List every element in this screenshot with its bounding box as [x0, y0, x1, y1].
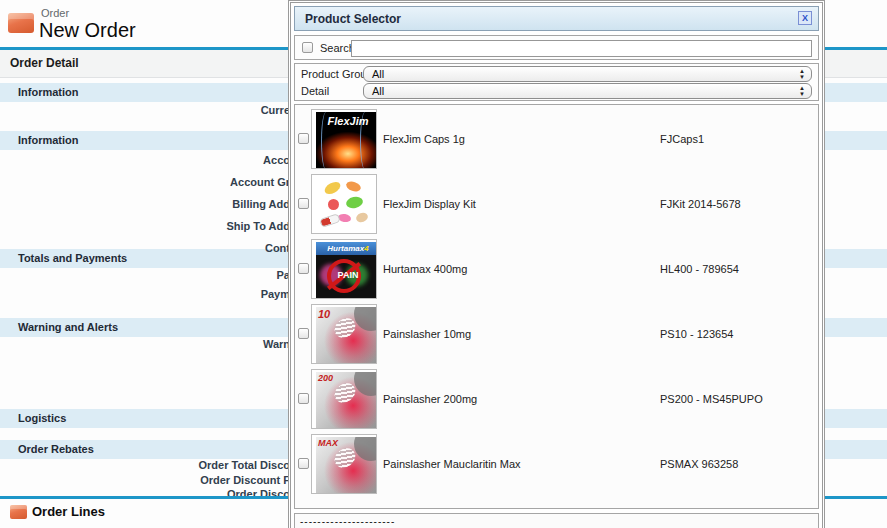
modal-title: Product Selector [305, 12, 401, 26]
product-code: FJCaps1 [660, 133, 704, 145]
product-code: PS200 - MS45PUPO [660, 393, 763, 405]
product-selector-modal: Product Selector X Search Product Group … [288, 0, 825, 528]
product-name: FlexJim Display Kit [383, 198, 476, 210]
field-label-payment-2: Paym [261, 288, 290, 300]
field-label-billing-address: Billing Add [232, 198, 290, 210]
search-input[interactable] [351, 40, 812, 57]
detail-value: All [372, 85, 384, 97]
product-row-painslasher-max: MAX Painslasher Mauclaritin Max PSMAX 96… [295, 433, 818, 496]
footer-dash-line: ---------------------- [300, 516, 395, 527]
select-arrows-icon: ▲▼ [799, 85, 805, 97]
product-code: HL400 - 789654 [660, 263, 739, 275]
search-box: Search [294, 35, 819, 60]
product-checkbox[interactable] [298, 133, 309, 144]
product-name: FlexJim Caps 1g [383, 133, 465, 145]
product-image: Hurtamax4 PAIN [311, 239, 377, 299]
field-label-order-discount-2: Order Discount F [200, 474, 290, 486]
product-code: FJKit 2014-5678 [660, 198, 741, 210]
product-name: Painslasher 200mg [383, 393, 477, 405]
search-checkbox[interactable] [302, 42, 313, 53]
detail-select[interactable]: All ▲▼ [363, 83, 812, 99]
product-row-flexjim-kit: FlexJim Display Kit FJKit 2014-5678 [295, 173, 818, 236]
product-row-painslasher-200: 200 Painslasher 200mg PS200 - MS45PUPO [295, 368, 818, 431]
modal-footer-box: ---------------------- -----------------… [294, 513, 819, 528]
product-row-flexjim-caps: FlexJim FlexJim Caps 1g FJCaps1 [295, 108, 818, 171]
product-image: 10 [311, 304, 377, 364]
detail-label: Detail [301, 85, 329, 97]
product-group-value: All [372, 68, 384, 80]
product-checkbox[interactable] [298, 328, 309, 339]
filter-box: Product Group All ▲▼ Detail All ▲▼ [294, 63, 819, 101]
field-label-order-total-discount: Order Total Disco [199, 459, 290, 471]
order-detail-title: Order Detail [10, 56, 79, 70]
product-group-label: Product Group [301, 68, 373, 80]
product-checkbox[interactable] [298, 393, 309, 404]
search-label: Search [320, 42, 355, 54]
product-code: PSMAX 963258 [660, 458, 738, 470]
field-label-warning: Warn [263, 338, 290, 350]
product-name: Painslasher Mauclaritin Max [383, 458, 521, 470]
page-title: New Order [39, 19, 136, 42]
product-checkbox[interactable] [298, 263, 309, 274]
field-label-account: Acco [263, 154, 290, 166]
field-label-ship-to-address: Ship To Add [226, 220, 290, 232]
product-image: 200 [311, 369, 377, 429]
field-label-currency: Curre [261, 104, 290, 116]
product-name: Painslasher 10mg [383, 328, 471, 340]
product-group-select[interactable]: All ▲▼ [363, 66, 812, 82]
product-checkbox[interactable] [298, 198, 309, 209]
product-image: FlexJim [311, 109, 377, 169]
order-object-icon [8, 13, 34, 33]
field-label-contact: Cont [265, 242, 290, 254]
product-row-hurtamax: Hurtamax4 PAIN Hurtamax 400mg HL400 - 78… [295, 238, 818, 301]
product-image [311, 174, 377, 234]
product-list: FlexJim FlexJim Caps 1g FJCaps1 FlexJim [294, 104, 819, 509]
select-arrows-icon: ▲▼ [799, 68, 805, 80]
product-checkbox[interactable] [298, 458, 309, 469]
object-label: Order [41, 7, 69, 19]
product-row-painslasher-10: 10 Painslasher 10mg PS10 - 123654 [295, 303, 818, 366]
product-name: Hurtamax 400mg [383, 263, 467, 275]
order-lines-icon [10, 505, 27, 519]
order-lines-title: Order Lines [32, 504, 105, 519]
product-image: MAX [311, 434, 377, 494]
modal-titlebar: Product Selector X [294, 6, 819, 31]
product-code: PS10 - 123654 [660, 328, 733, 340]
close-icon[interactable]: X [798, 11, 812, 25]
field-label-account-group: Account Gr [230, 176, 290, 188]
